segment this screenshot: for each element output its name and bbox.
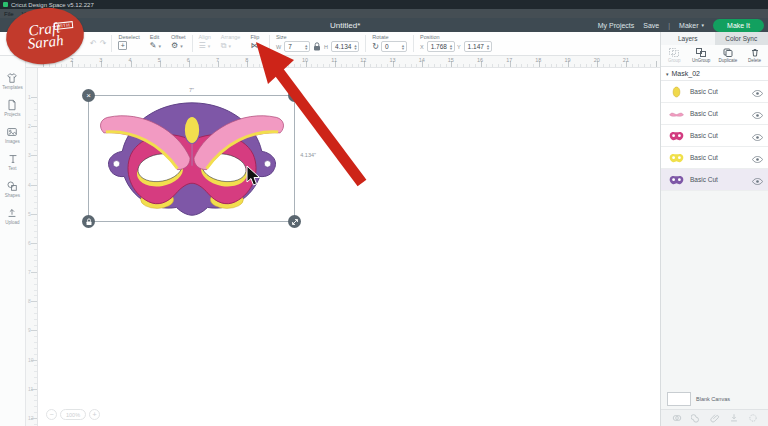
machine-selector[interactable]: Maker ▾ [679, 22, 704, 29]
zoom-out-button[interactable]: − [46, 409, 57, 420]
layer-row[interactable]: Basic Cut [661, 81, 768, 103]
duplicate-icon [723, 48, 733, 57]
undo-button[interactable]: ↶ [90, 39, 97, 48]
tab-layers[interactable]: Layers [661, 32, 715, 45]
sidebar-item-upload[interactable]: Upload [5, 207, 19, 225]
height-input[interactable]: 4.134 ▲▼ [331, 41, 359, 52]
document-title[interactable]: Untitled* [330, 21, 360, 30]
ruler-number: 7 [28, 269, 31, 275]
tab-color-sync[interactable]: Color Sync [715, 32, 768, 45]
sidebar-item-templates[interactable]: Templates [2, 72, 23, 90]
visibility-eye-icon[interactable] [752, 171, 763, 189]
chevron-down-icon: ▾ [208, 43, 211, 49]
stepper-icon[interactable]: ▲▼ [353, 44, 357, 50]
ruler-number: 7 [216, 57, 219, 63]
ruler-number: 8 [245, 57, 248, 63]
visibility-eye-icon[interactable] [752, 127, 763, 145]
ruler-number: 1 [28, 94, 31, 100]
position-y-input[interactable]: 1.147 ▲▼ [464, 41, 492, 52]
rotate-label: Rotate [372, 34, 407, 40]
save-link[interactable]: Save [643, 22, 659, 29]
ruler-number: 5 [28, 211, 31, 217]
edit-label: Edit [150, 34, 161, 40]
deselect-button[interactable]: + [118, 41, 127, 50]
ruler-number: 8 [28, 298, 31, 304]
ruler-number: 6 [187, 57, 190, 63]
sidebar-item-images[interactable]: Images [5, 126, 20, 144]
align-label: Align [199, 34, 211, 40]
resize-handle[interactable] [288, 215, 301, 228]
ruler-number: 2 [28, 123, 31, 129]
rotate-handle[interactable]: ↻ [288, 89, 301, 102]
offset-dropdown[interactable]: ⚙ ▾ [171, 41, 186, 51]
canvas-background-row[interactable]: Blank Canvas [661, 389, 768, 409]
flip-dropdown[interactable]: ⋈ ▾ [250, 41, 263, 51]
weld-icon [691, 413, 701, 423]
ruler-number: 12 [28, 415, 34, 421]
zoom-in-button[interactable]: + [89, 409, 100, 420]
sidebar-item-text[interactable]: Text [7, 153, 19, 171]
stepper-icon[interactable]: ▲▼ [304, 44, 308, 50]
zoom-level[interactable]: 100% [60, 409, 86, 420]
sidebar-item-projects[interactable]: Projects [4, 99, 20, 117]
cricut-app-icon [3, 2, 8, 7]
ruler-number: 19 [564, 57, 570, 63]
ruler-number: 5 [158, 57, 161, 63]
menu-file[interactable]: File [4, 11, 14, 17]
rotate-input[interactable]: 0 ▲▼ [381, 41, 407, 52]
delete-handle[interactable]: × [82, 89, 95, 102]
lock-handle[interactable] [82, 215, 95, 228]
align-icon: ☰ [199, 41, 206, 51]
offset-label: Offset [171, 34, 186, 40]
tshirt-icon [6, 72, 18, 84]
document-icon [6, 99, 18, 111]
lock-icon[interactable] [313, 42, 321, 51]
ruler-number: 3 [99, 57, 102, 63]
machine-name: Maker [679, 22, 698, 29]
layer-row[interactable]: Basic Cut [661, 103, 768, 125]
upload-icon [6, 207, 18, 219]
horizontal-ruler: 123456789101112131415161718192021 [26, 56, 660, 68]
stepper-icon[interactable]: ▲▼ [486, 44, 490, 50]
selection-bounding-box[interactable]: 7" 4.134" [88, 95, 295, 222]
collapse-caret-icon[interactable]: ▾ [666, 71, 669, 77]
ruler-number: 9 [274, 57, 277, 63]
stepper-icon[interactable]: ▲▼ [449, 44, 453, 50]
layer-thumbnail-mask [668, 174, 685, 186]
ruler-number: 20 [594, 57, 600, 63]
trash-icon [750, 48, 760, 57]
align-dropdown: ☰ ▾ [199, 41, 211, 51]
edit-icon: ✎ [150, 41, 157, 51]
flip-icon: ⋈ [250, 41, 258, 51]
make-it-button[interactable]: Make It [713, 19, 764, 32]
visibility-eye-icon[interactable] [752, 83, 763, 101]
stepper-icon[interactable]: ▲▼ [401, 44, 405, 50]
position-label: Position [420, 34, 492, 40]
layer-row[interactable]: Basic Cut [661, 169, 768, 191]
deselect-label: Deselect [118, 34, 139, 40]
layer-group-header[interactable]: ▾ Mask_02 [661, 67, 768, 81]
ruler-number: 14 [419, 57, 425, 63]
mask-artwork[interactable] [91, 98, 294, 221]
arrange-label: Arrange [221, 34, 241, 40]
ungroup-button[interactable]: UnGroup [688, 45, 715, 66]
edit-dropdown[interactable]: ✎ ▾ [150, 41, 161, 51]
width-input[interactable]: 7 ▲▼ [284, 41, 310, 52]
duplicate-button[interactable]: Duplicate [715, 45, 742, 66]
selection-width-label: 7" [189, 87, 194, 93]
layer-row[interactable]: Basic Cut [661, 125, 768, 147]
delete-button[interactable]: Delete [741, 45, 768, 66]
ruler-number: 3 [28, 152, 31, 158]
canvas-color-swatch[interactable] [667, 392, 691, 406]
ungroup-icon [696, 48, 706, 57]
visibility-eye-icon[interactable] [752, 149, 763, 167]
visibility-eye-icon[interactable] [752, 105, 763, 123]
arrange-icon: ⧉ [221, 41, 227, 51]
my-projects-link[interactable]: My Projects [598, 22, 635, 29]
design-canvas[interactable]: 7" 4.134" [38, 68, 660, 426]
tools-sidebar: Templates Projects Images Text Shapes Up… [0, 56, 26, 426]
sidebar-item-shapes[interactable]: Shapes [5, 180, 20, 198]
layer-row[interactable]: Basic Cut [661, 147, 768, 169]
redo-button[interactable]: ↷ [100, 39, 107, 48]
position-x-input[interactable]: 1.768 ▲▼ [427, 41, 455, 52]
